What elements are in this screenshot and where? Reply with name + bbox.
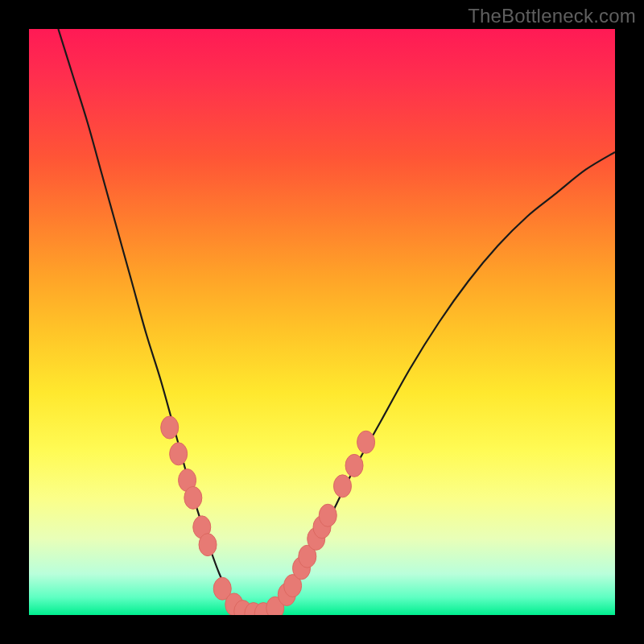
data-marker bbox=[184, 486, 202, 509]
chart-frame: TheBottleneck.com bbox=[0, 0, 644, 644]
data-marker bbox=[357, 431, 375, 453]
chart-svg bbox=[29, 29, 615, 615]
plot-area bbox=[29, 29, 615, 615]
bottleneck-curve bbox=[58, 29, 615, 615]
data-marker bbox=[319, 504, 336, 526]
data-marker bbox=[345, 454, 363, 477]
marker-group bbox=[161, 416, 375, 615]
watermark-text: TheBottleneck.com bbox=[468, 5, 636, 27]
data-marker bbox=[170, 443, 188, 465]
data-marker bbox=[161, 416, 179, 439]
data-marker bbox=[199, 534, 217, 556]
data-marker bbox=[333, 475, 351, 497]
